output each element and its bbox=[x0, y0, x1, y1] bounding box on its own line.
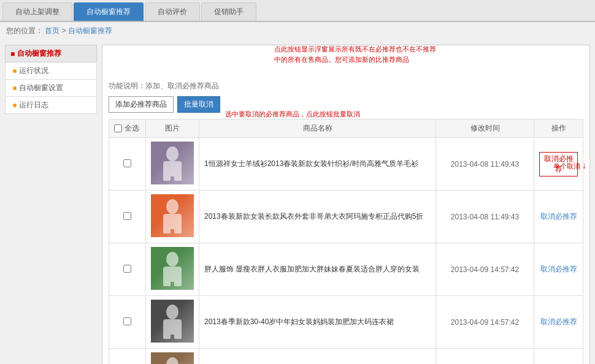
product-time-3: 2013-04-09 14:57:42 bbox=[436, 296, 534, 349]
product-image-1 bbox=[151, 194, 194, 237]
product-name-1: 2013春装新款女装长款风衣外套非哥弟大衣阿玛施专柜正品代购5折 bbox=[199, 191, 436, 243]
sidebar-title-icon: ■ bbox=[10, 50, 15, 58]
svg-rect-2 bbox=[163, 173, 171, 181]
row-checkbox-0[interactable] bbox=[123, 159, 131, 167]
sidebar-item-label-status: 运行状况 bbox=[19, 66, 48, 76]
tab-promotion[interactable]: 促销助手 bbox=[201, 2, 256, 21]
svg-point-8 bbox=[166, 252, 178, 267]
cancel-recommend-button-0[interactable]: 取消必推荐 bbox=[539, 152, 578, 176]
table-row: 2013春装新款女装长款风衣外套非哥弟大衣阿玛施专柜正品代购5折2013-04-… bbox=[109, 191, 583, 243]
sidebar-item-settings[interactable]: 自动橱窗设置 bbox=[5, 80, 97, 97]
cancel-recommend-button-3[interactable]: 取消必推荐 bbox=[540, 317, 577, 327]
th-action: 操作 bbox=[534, 119, 583, 138]
sidebar: ■ 自动橱窗推荐 运行状况 自动橱窗设置 运行日志 bbox=[5, 45, 97, 364]
th-image: 图片 bbox=[146, 119, 199, 138]
sidebar-dot-log bbox=[13, 104, 17, 107]
svg-rect-11 bbox=[174, 279, 182, 286]
breadcrumb-home[interactable]: 首页 bbox=[45, 26, 60, 35]
tab-autolisting[interactable]: 自动上架调整 bbox=[2, 2, 72, 21]
toolbar: 添加必推荐商品 批量取消 bbox=[109, 96, 583, 113]
svg-rect-7 bbox=[174, 226, 182, 233]
product-image-4 bbox=[151, 352, 194, 364]
sidebar-item-label-log: 运行日志 bbox=[19, 100, 48, 110]
row-checkbox-2[interactable] bbox=[123, 265, 131, 273]
select-all-label: 全选 bbox=[125, 123, 139, 134]
row-checkbox-1[interactable] bbox=[123, 212, 131, 220]
svg-rect-10 bbox=[163, 279, 171, 286]
product-time-0: 2013-04-08 11:49:43 bbox=[436, 138, 534, 191]
product-name-4: 30-35-40岁春装新款2013中年妇女装妈妈装春款连衣裙 bbox=[199, 349, 436, 365]
breadcrumb-label: 您的位置： bbox=[6, 26, 43, 35]
sidebar-item-log[interactable]: 运行日志 bbox=[5, 97, 97, 114]
svg-point-16 bbox=[166, 357, 178, 364]
row-checkbox-3[interactable] bbox=[123, 317, 131, 325]
th-time: 修改时间 bbox=[436, 119, 534, 138]
sidebar-item-status[interactable]: 运行状况 bbox=[5, 63, 97, 80]
func-desc: 功能说明：添加、取消必推荐商品 bbox=[109, 81, 583, 91]
sidebar-dot-status bbox=[13, 69, 17, 73]
cancel-recommend-button-2[interactable]: 取消必推荐 bbox=[540, 264, 577, 275]
tab-autowindow[interactable]: 自动橱窗推荐 bbox=[74, 2, 144, 21]
breadcrumb-current[interactable]: 自动橱窗推荐 bbox=[68, 26, 112, 35]
cancel-recommend-button-1[interactable]: 取消必推荐 bbox=[540, 211, 577, 222]
tabs-bar: 自动上架调整 自动橱窗推荐 自动评价 促销助手 bbox=[0, 0, 595, 22]
product-image-0 bbox=[151, 142, 194, 184]
svg-point-4 bbox=[166, 199, 178, 214]
batch-cancel-button[interactable]: 批量取消 bbox=[177, 96, 220, 113]
svg-rect-3 bbox=[174, 173, 182, 181]
add-recommend-button[interactable]: 添加必推荐商品 bbox=[109, 96, 174, 113]
sidebar-dot-settings bbox=[13, 86, 17, 90]
product-time-1: 2013-04-08 11:49:43 bbox=[436, 191, 534, 243]
svg-point-0 bbox=[166, 146, 178, 161]
product-name-3: 2013春季新款30-40岁中年妇女装妈妈装加肥加大码连衣裙 bbox=[199, 296, 436, 349]
table-row: 30-35-40岁春装新款2013中年妇女装妈妈装春款连衣裙2013-04-09… bbox=[109, 349, 583, 365]
sidebar-item-label-settings: 自动橱窗设置 bbox=[19, 83, 63, 93]
th-checkbox: 全选 bbox=[109, 119, 146, 138]
svg-point-12 bbox=[166, 305, 178, 319]
content-area: 点此按钮显示浮窗展示所有既不在必推荐也不在不推荐 中的所有在售商品。您可添加新的… bbox=[102, 45, 590, 364]
product-name-0: 1恒源祥女士羊绒衫2013春装新款女装针织衫/时尚高雅气质羊毛衫 bbox=[199, 138, 436, 191]
svg-rect-15 bbox=[174, 332, 182, 339]
sidebar-title-text: 自动橱窗推荐 bbox=[17, 48, 61, 59]
breadcrumb: 您的位置： 首页 > 自动橱窗推荐 bbox=[0, 22, 595, 40]
table-row: 1恒源祥女士羊绒衫2013春装新款女装针织衫/时尚高雅气质羊毛衫2013-04-… bbox=[109, 138, 583, 191]
th-name: 商品名称 bbox=[199, 119, 436, 138]
svg-rect-6 bbox=[163, 226, 171, 233]
product-time-2: 2013-04-09 14:57:42 bbox=[436, 243, 534, 296]
product-table: 全选 图片 商品名称 修改时间 操作 1恒源祥女士羊绒衫2013春装新款女装针织… bbox=[109, 119, 583, 364]
breadcrumb-separator: > bbox=[62, 26, 66, 35]
table-row: 胖人服饰 显瘦衣胖人衣服加肥加大胖妹妹春夏装适合胖人穿的女装2013-04-09… bbox=[109, 243, 583, 296]
annotation-top: 点此按钮显示浮窗展示所有既不在必推荐也不在不推荐 中的所有在售商品。您可添加新的… bbox=[274, 44, 589, 64]
product-name-2: 胖人服饰 显瘦衣胖人衣服加肥加大胖妹妹春夏装适合胖人穿的女装 bbox=[199, 243, 436, 296]
product-image-2 bbox=[151, 247, 194, 290]
table-row: 2013春季新款30-40岁中年妇女装妈妈装加肥加大码连衣裙2013-04-09… bbox=[109, 296, 583, 349]
product-image-3 bbox=[151, 300, 194, 343]
product-time-4: 2013-04-09 14:57:42 bbox=[436, 349, 534, 365]
select-all-checkbox[interactable] bbox=[114, 124, 122, 132]
tab-autoreview[interactable]: 自动评价 bbox=[145, 2, 200, 21]
sidebar-title: ■ 自动橱窗推荐 bbox=[5, 45, 97, 63]
svg-rect-14 bbox=[163, 332, 171, 339]
